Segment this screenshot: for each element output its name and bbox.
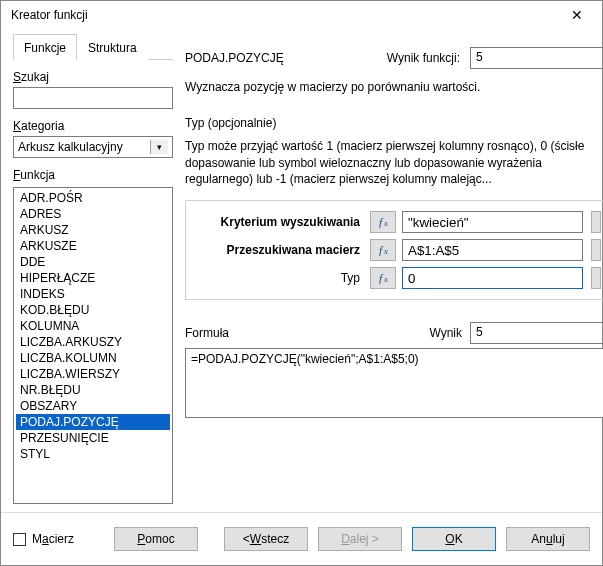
category-combo[interactable]: Arkusz kalkulacyjny ▾	[13, 136, 173, 158]
result-label: Wynik	[429, 326, 462, 340]
matrix-checkbox[interactable]: Macierz	[13, 532, 74, 546]
function-item[interactable]: ARKUSZE	[16, 238, 170, 254]
function-item[interactable]: ADRES	[16, 206, 170, 222]
function-item[interactable]: STYL	[16, 446, 170, 462]
argument-row: Przeszukiwana macierzƒx	[194, 239, 601, 261]
ok-button[interactable]: OK	[412, 527, 496, 551]
function-item[interactable]: PODAJ.POZYCJĘ	[16, 414, 170, 430]
cancel-button[interactable]: Anuluj	[506, 527, 590, 551]
left-panel: Funkcje Struktura Szukaj Kategoria Arkus…	[13, 29, 173, 504]
function-label: Funkcja	[13, 168, 173, 182]
category-label: Kategoria	[13, 119, 173, 133]
next-button: Dalej >	[318, 527, 402, 551]
function-result-value: 5	[470, 47, 603, 69]
shrink-button[interactable]	[591, 211, 601, 233]
formula-input[interactable]	[185, 348, 603, 418]
shrink-button[interactable]	[591, 267, 601, 289]
right-panel: PODAJ.POZYCJĘ Wynik funkcji: 5 Wyznacza …	[185, 29, 603, 504]
formula-label: Formuła	[185, 326, 421, 340]
matrix-label: Macierz	[32, 532, 74, 546]
function-item[interactable]: DDE	[16, 254, 170, 270]
function-item[interactable]: PRZESUNIĘCIE	[16, 430, 170, 446]
chevron-down-icon[interactable]: ▾	[150, 140, 168, 154]
function-description: Wyznacza pozycję w macierzy po porównani…	[185, 79, 603, 96]
back-button[interactable]: < Wstecz	[224, 527, 308, 551]
param-description: Typ może przyjąć wartość 1 (macierz pier…	[185, 138, 603, 188]
tab-bar: Funkcje Struktura	[13, 33, 173, 60]
function-item[interactable]: LICZBA.KOLUMN	[16, 350, 170, 366]
function-result-label: Wynik funkcji:	[387, 51, 460, 65]
window-title: Kreator funkcji	[11, 8, 88, 22]
argument-label: Kryterium wyszukiwania	[194, 215, 364, 229]
help-button[interactable]: Pomoc	[114, 527, 198, 551]
tab-functions[interactable]: Funkcje	[13, 34, 77, 60]
argument-label: Przeszukiwana macierz	[194, 243, 364, 257]
function-item[interactable]: LICZBA.ARKUSZY	[16, 334, 170, 350]
argument-row: Typƒx	[194, 267, 601, 289]
function-listbox[interactable]: ADR.POŚRADRESARKUSZARKUSZEDDEHIPERŁĄCZEI…	[13, 187, 173, 504]
function-wizard-dialog: Kreator funkcji ✕ Funkcje Struktura Szuk…	[0, 0, 603, 566]
function-item[interactable]: KOD.BŁĘDU	[16, 302, 170, 318]
param-section-label: Typ (opcjonalnie)	[185, 116, 603, 130]
tab-structure[interactable]: Struktura	[77, 34, 148, 60]
category-value: Arkusz kalkulacyjny	[18, 140, 150, 154]
argument-label: Typ	[194, 271, 364, 285]
function-item[interactable]: NR.BŁĘDU	[16, 382, 170, 398]
function-item[interactable]: INDEKS	[16, 286, 170, 302]
function-item[interactable]: HIPERŁĄCZE	[16, 270, 170, 286]
search-input[interactable]	[13, 87, 173, 109]
search-label: Szukaj	[13, 70, 173, 84]
function-item[interactable]: KOLUMNA	[16, 318, 170, 334]
fx-icon[interactable]: ƒx	[370, 211, 396, 233]
fx-icon[interactable]: ƒx	[370, 267, 396, 289]
argument-input[interactable]	[402, 239, 583, 261]
close-icon[interactable]: ✕	[562, 7, 592, 23]
titlebar: Kreator funkcji ✕	[1, 1, 602, 29]
function-item[interactable]: OBSZARY	[16, 398, 170, 414]
argument-row: Kryterium wyszukiwaniaƒx	[194, 211, 601, 233]
result-value: 5	[470, 322, 603, 344]
checkbox-icon	[13, 533, 26, 546]
function-item[interactable]: ADR.POŚR	[16, 190, 170, 206]
function-item[interactable]: ARKUSZ	[16, 222, 170, 238]
arguments-group: Kryterium wyszukiwaniaƒxPrzeszukiwana ma…	[185, 200, 603, 300]
shrink-button[interactable]	[591, 239, 601, 261]
fx-icon[interactable]: ƒx	[370, 239, 396, 261]
function-name: PODAJ.POZYCJĘ	[185, 51, 305, 65]
argument-input[interactable]	[402, 211, 583, 233]
function-item[interactable]: LICZBA.WIERSZY	[16, 366, 170, 382]
argument-input[interactable]	[402, 267, 583, 289]
footer: Macierz Pomoc < Wstecz Dalej > OK Anuluj	[1, 512, 602, 565]
